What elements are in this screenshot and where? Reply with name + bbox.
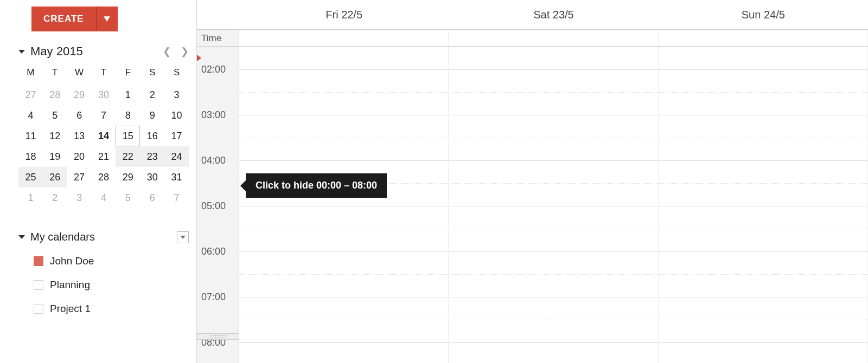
time-label: 05:00 [201, 200, 226, 212]
mini-calendar-week: 11121314151617 [18, 126, 189, 146]
mini-calendar-day[interactable]: 1 [18, 187, 43, 208]
mini-calendar-day[interactable]: 25 [18, 167, 43, 187]
mini-calendar-body: 2728293012345678910111213141516171819202… [18, 85, 189, 208]
calendar-color-checkbox[interactable] [34, 256, 43, 266]
prev-month-button[interactable]: ❮ [163, 46, 171, 57]
triangle-down-icon [18, 50, 25, 54]
mini-calendar-day[interactable]: 28 [43, 85, 67, 105]
mini-calendar-day[interactable]: 2 [43, 187, 67, 208]
my-calendars-toggle[interactable]: My calendars [18, 231, 95, 243]
mini-calendar-day[interactable]: 27 [18, 85, 43, 105]
create-button[interactable]: CREATE [31, 7, 96, 31]
mini-calendar-day[interactable]: 12 [43, 126, 67, 146]
my-calendars-section: My calendars John DoePlanningProject 1 [18, 231, 189, 315]
now-indicator-icon [197, 55, 201, 61]
time-grid[interactable]: 02:0003:0004:0005:0006:0007:0008:00 Clic… [197, 47, 868, 363]
grip-icon [210, 335, 226, 338]
time-header-label: Time [197, 30, 239, 46]
weekday-label: T [43, 64, 67, 85]
all-day-cell[interactable] [449, 30, 658, 46]
time-grid-inner: 02:0003:0004:0005:0006:0007:0008:00 [197, 47, 868, 363]
mini-calendar-header: May 2015 ❮ ❯ [18, 44, 189, 59]
mini-calendar-day[interactable]: 6 [67, 105, 92, 126]
time-column-header-spacer [197, 0, 239, 29]
mini-calendar-day[interactable]: 30 [140, 167, 164, 187]
mini-calendar-day[interactable]: 1 [116, 85, 140, 105]
time-label: 06:00 [201, 246, 226, 257]
triangle-down-icon [180, 236, 186, 239]
calendar-color-checkbox[interactable] [34, 280, 43, 290]
mini-calendar-day[interactable]: 3 [164, 85, 189, 105]
mini-calendar-day[interactable]: 15 [116, 126, 140, 146]
mini-calendar-day[interactable]: 5 [116, 187, 140, 208]
my-calendars-menu-button[interactable] [177, 231, 189, 243]
mini-calendar-day[interactable]: 7 [92, 105, 116, 126]
calendar-list-item[interactable]: Project 1 [34, 303, 189, 315]
mini-calendar-day[interactable]: 6 [140, 187, 164, 208]
day-header[interactable]: Sun 24/5 [659, 0, 868, 29]
collapse-morning-handle[interactable] [197, 333, 239, 340]
all-day-cell[interactable] [239, 30, 449, 46]
mini-calendar-day[interactable]: 7 [164, 187, 189, 208]
mini-calendar-day[interactable]: 8 [116, 105, 140, 126]
time-label: 02:00 [201, 64, 226, 75]
month-picker[interactable]: May 2015 [18, 44, 83, 59]
mini-calendar-day[interactable]: 29 [67, 85, 92, 105]
day-column[interactable] [239, 47, 449, 363]
mini-calendar-day[interactable]: 20 [67, 146, 92, 167]
mini-calendar-day[interactable]: 14 [92, 126, 116, 146]
triangle-down-icon [104, 16, 110, 22]
weekday-label: M [18, 64, 43, 85]
mini-calendar-day[interactable]: 31 [164, 167, 189, 187]
mini-calendar-day[interactable]: 3 [67, 187, 92, 208]
month-label: May 2015 [30, 44, 83, 59]
day-column[interactable] [449, 47, 658, 363]
my-calendars-label: My calendars [30, 231, 95, 243]
mini-calendar-day[interactable]: 4 [92, 187, 116, 208]
time-gutter: 02:0003:0004:0005:0006:0007:0008:00 [197, 47, 239, 363]
triangle-down-icon [18, 235, 25, 239]
month-nav: ❮ ❯ [163, 46, 189, 57]
day-header[interactable]: Sat 23/5 [449, 0, 658, 29]
weekday-label: S [164, 64, 189, 85]
mini-calendar-day[interactable]: 21 [92, 146, 116, 167]
day-header-row: Fri 22/5Sat 23/5Sun 24/5 [197, 0, 868, 29]
calendar-app: CREATE May 2015 ❮ ❯ MTWTFSS 272829301234… [0, 0, 868, 363]
mini-calendar-day[interactable]: 19 [43, 146, 67, 167]
mini-calendar-day[interactable]: 28 [92, 167, 116, 187]
calendar-name-label: Planning [50, 279, 90, 291]
day-header[interactable]: Fri 22/5 [239, 0, 449, 29]
mini-calendar-day[interactable]: 29 [116, 167, 140, 187]
mini-calendar-day[interactable]: 5 [43, 105, 67, 126]
mini-calendar-day[interactable]: 17 [164, 126, 189, 146]
calendar-color-checkbox[interactable] [34, 304, 43, 314]
weekday-label: F [116, 64, 140, 85]
mini-calendar-day[interactable]: 10 [164, 105, 189, 126]
mini-calendar-day[interactable]: 22 [116, 146, 140, 167]
mini-calendar-day[interactable]: 24 [164, 146, 189, 167]
calendar-list-item[interactable]: John Doe [34, 255, 189, 267]
mini-calendar-day[interactable]: 16 [140, 126, 164, 146]
mini-calendar-day[interactable]: 30 [92, 85, 116, 105]
mini-calendar-day[interactable]: 4 [18, 105, 43, 126]
calendar-list-item[interactable]: Planning [34, 279, 189, 291]
day-column[interactable] [659, 47, 868, 363]
mini-calendar-day[interactable]: 27 [67, 167, 92, 187]
mini-calendar-day[interactable]: 2 [140, 85, 164, 105]
mini-calendar-day[interactable]: 18 [18, 146, 43, 167]
create-dropdown-button[interactable] [96, 7, 118, 31]
mini-calendar-week: 27282930123 [18, 85, 189, 105]
mini-calendar-day[interactable]: 9 [140, 105, 164, 126]
all-day-cell[interactable] [659, 30, 868, 46]
mini-calendar-day[interactable]: 23 [140, 146, 164, 167]
mini-calendar-week: 1234567 [18, 187, 189, 208]
mini-calendar-weekdays: MTWTFSS [18, 64, 189, 85]
mini-calendar-day[interactable]: 13 [67, 126, 92, 146]
next-month-button[interactable]: ❯ [181, 46, 189, 57]
mini-calendar-day[interactable]: 26 [43, 167, 67, 187]
create-button-group: CREATE [31, 7, 189, 31]
my-calendars-header: My calendars [18, 231, 189, 243]
time-label: 07:00 [201, 291, 226, 303]
time-label: 03:00 [201, 109, 226, 121]
mini-calendar-day[interactable]: 11 [18, 126, 43, 146]
